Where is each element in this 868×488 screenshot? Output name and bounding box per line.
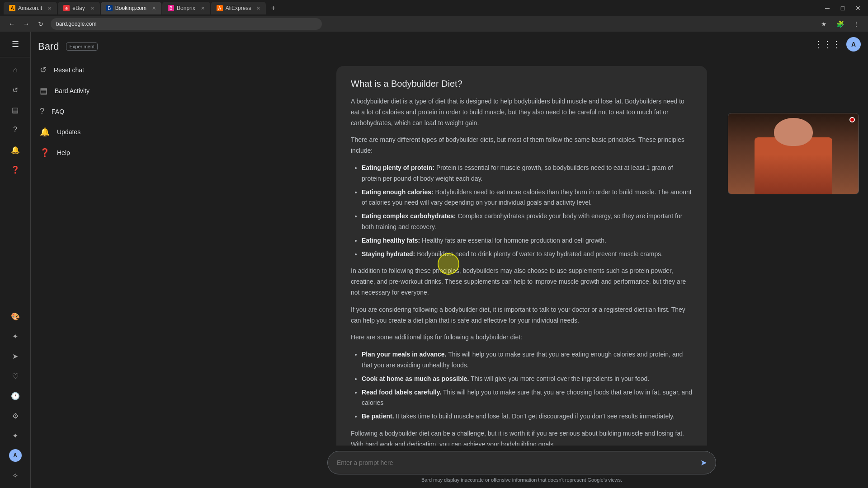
tab-booking[interactable]: B Booking.com ✕ xyxy=(101,2,161,14)
tip-2-bold: Cook at home as much as possible. xyxy=(362,375,469,382)
principles-list: Eating plenty of protein: Protein is ess… xyxy=(351,163,693,259)
principle-3-bold: Eating complex carbohydrates: xyxy=(362,212,456,220)
nav-faq[interactable]: ? FAQ xyxy=(31,101,168,122)
tab-ebay-close-icon[interactable]: ✕ xyxy=(90,5,94,11)
refresh-button[interactable]: ↻ xyxy=(34,18,47,30)
sidebar-heart-button[interactable]: ♡ xyxy=(6,367,24,385)
input-area: ➤ Bard may display inaccurate or offensi… xyxy=(175,446,868,488)
response-intro: A bodybuilder diet is a type of diet tha… xyxy=(351,96,693,128)
tips-list: Plan your meals in advance. This will he… xyxy=(351,349,693,422)
tip-4-bold: Be patient. xyxy=(362,413,394,420)
extension-button[interactable]: 🧩 xyxy=(834,18,846,30)
minimize-button[interactable]: ─ xyxy=(821,2,834,14)
reset-chat-label: Reset chat xyxy=(54,66,84,74)
sidebar-avatar-button[interactable]: A xyxy=(6,446,24,465)
response-title: What is a Bodybuilder Diet? xyxy=(351,79,693,89)
hamburger-button[interactable]: ☰ xyxy=(6,35,24,53)
top-bar: ⋮⋮⋮ A xyxy=(175,32,868,57)
tab-bonprix-label: Bonprix xyxy=(177,5,195,11)
sidebar-send2-button[interactable]: ➤ xyxy=(6,347,24,365)
user-avatar-small: A xyxy=(9,449,22,462)
tab-ali-close-icon[interactable]: ✕ xyxy=(256,5,260,11)
sidebar-palette-button[interactable]: 🎨 xyxy=(6,307,24,325)
tab-ali[interactable]: A AliExpress ✕ xyxy=(211,2,266,14)
tab-close-icon[interactable]: ✕ xyxy=(47,5,52,11)
send2-icon: ➤ xyxy=(12,352,18,361)
tip-2: Cook at home as much as possible. This w… xyxy=(362,374,693,385)
tab-bonprix[interactable]: B Bonprix ✕ xyxy=(162,2,210,14)
prompt-input[interactable] xyxy=(327,451,716,474)
send-button[interactable]: ➤ xyxy=(696,455,711,470)
app-container: ☰ ⌂ ↺ ▤ ? 🔔 ❓ 🎨 ✦ ➤ ♡ xyxy=(0,32,868,488)
help-nav-icon: ❓ xyxy=(40,148,50,158)
sidebar-help-button[interactable]: ❓ xyxy=(6,160,24,178)
forward-button[interactable]: → xyxy=(20,18,33,30)
sidebar-faq-button[interactable]: ? xyxy=(6,121,24,139)
tab-amazon[interactable]: A Amazon.it ✕ xyxy=(4,2,57,14)
principle-1: Eating plenty of protein: Protein is ess… xyxy=(362,163,693,184)
new-tab-button[interactable]: + xyxy=(267,2,279,14)
ebay-favicon: e xyxy=(63,5,70,11)
bonprix-favicon: B xyxy=(168,5,174,11)
disclaimer-text: Bard may display inaccurate or offensive… xyxy=(184,474,859,484)
amazon-favicon: A xyxy=(9,5,15,11)
doctor-text: If you are considering following a bodyb… xyxy=(351,305,693,326)
browser-actions: ★ 🧩 ⋮ xyxy=(817,18,863,30)
clock-icon: 🕐 xyxy=(11,392,20,400)
sidebar-home-button[interactable]: ⌂ xyxy=(6,61,24,79)
ali-favicon: A xyxy=(217,5,223,11)
video-overlay xyxy=(728,113,859,194)
nav-help[interactable]: ❓ Help xyxy=(31,142,168,163)
app-title: Bard xyxy=(38,41,59,52)
tab-ebay[interactable]: e eBay ✕ xyxy=(58,2,99,14)
tip-2-text: This will give you more control over the… xyxy=(469,375,649,382)
send-icon: ➤ xyxy=(700,458,707,468)
sidebar-updates-button[interactable]: 🔔 xyxy=(6,141,24,159)
chat-content: What is a Bodybuilder Diet? A bodybuilde… xyxy=(327,66,716,446)
experiment-badge: Experiment xyxy=(66,42,98,51)
tip-3-bold: Read food labels carefully. xyxy=(362,389,441,396)
maximize-button[interactable]: □ xyxy=(836,2,849,14)
sidebar-settings-button[interactable]: ⚙ xyxy=(6,407,24,425)
tip-1-bold: Plan your meals in advance. xyxy=(362,351,447,358)
left-nav: Bard Experiment ↺ Reset chat ▤ Bard Acti… xyxy=(31,32,175,488)
address-bar: ← → ↻ bard.google.com ★ 🧩 ⋮ xyxy=(0,16,868,32)
user-avatar[interactable]: A xyxy=(846,37,861,52)
sidebar-reset-button[interactable]: ↺ xyxy=(6,81,24,99)
tip-4: Be patient. It takes time to build muscl… xyxy=(362,411,693,422)
activity-icon: ▤ xyxy=(12,106,19,114)
sidebar: ☰ ⌂ ↺ ▤ ? 🔔 ❓ 🎨 ✦ ➤ ♡ xyxy=(0,32,31,488)
sparkle-icon: ✧ xyxy=(12,471,18,480)
principle-2: Eating enough calories: Bodybuilders nee… xyxy=(362,187,693,209)
back-button[interactable]: ← xyxy=(5,18,18,30)
help-label: Help xyxy=(57,149,70,156)
tab-booking-close-icon[interactable]: ✕ xyxy=(152,5,156,11)
principle-5: Staying hydrated: Bodybuilders need to d… xyxy=(362,249,693,260)
tab-bonprix-close-icon[interactable]: ✕ xyxy=(201,5,205,11)
principle-5-bold: Staying hydrated: xyxy=(362,250,415,258)
close-window-button[interactable]: ✕ xyxy=(852,2,864,14)
nav-reset-chat[interactable]: ↺ Reset chat xyxy=(31,60,168,80)
nav-updates[interactable]: 🔔 Updates xyxy=(31,122,168,142)
sidebar-clock-button[interactable]: 🕐 xyxy=(6,387,24,405)
google-apps-icon[interactable]: ⋮⋮⋮ xyxy=(814,39,841,50)
url-bar[interactable]: bard.google.com xyxy=(51,18,322,30)
reset-nav-icon: ↺ xyxy=(40,65,47,75)
video-person xyxy=(728,113,859,194)
supplements-text: In addition to following these principle… xyxy=(351,266,693,298)
browser-menu-button[interactable]: ⋮ xyxy=(850,18,863,30)
nav-bard-activity[interactable]: ▤ Bard Activity xyxy=(31,80,168,101)
bookmark-button[interactable]: ★ xyxy=(817,18,830,30)
principle-4: Eating healthy fats: Healthy fats are es… xyxy=(362,235,693,246)
sidebar-magic-button[interactable]: ✦ xyxy=(6,327,24,345)
top-bar-right: ⋮⋮⋮ A xyxy=(814,37,861,52)
palette-icon: 🎨 xyxy=(11,312,20,321)
sidebar-sparkle-button[interactable]: ✧ xyxy=(6,466,24,484)
help-icon: ❓ xyxy=(11,165,20,174)
sidebar-activity-button[interactable]: ▤ xyxy=(6,101,24,119)
principle-4-bold: Eating healthy fats: xyxy=(362,237,420,244)
tip-1: Plan your meals in advance. This will he… xyxy=(362,349,693,371)
tab-ali-label: AliExpress xyxy=(226,5,251,11)
updates-label: Updates xyxy=(57,128,80,136)
sidebar-star-button[interactable]: ✦ xyxy=(6,427,24,445)
